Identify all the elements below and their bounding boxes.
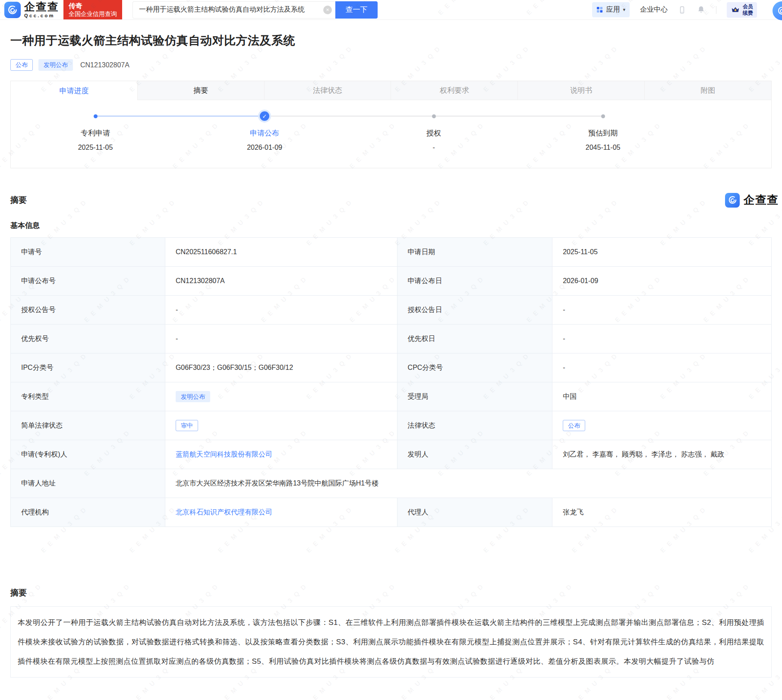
value-publication-number: CN121302807A	[165, 267, 397, 296]
value-priority-number: -	[165, 325, 397, 353]
basic-info-title: 基本信息	[10, 221, 772, 230]
label-applicant-address: 申请人地址	[11, 469, 165, 498]
label-application-date: 申请日期	[397, 238, 552, 267]
abstract-section: 摘要 企查查 基本信息 申请号 CN202511606827.1 申请日期 20…	[0, 192, 782, 678]
label-publication-number: 申请公布号	[11, 267, 165, 296]
progress-panel: 申请进度 摘要 法律状态 权利要求 说明书 附图 专利申请 2025-11-05…	[10, 81, 772, 168]
timeline-step-expiry: 预估到期 2045-11-05	[518, 111, 687, 151]
page-title: 一种用于运载火箭主结构试验仿真自动对比方法及系统	[10, 33, 772, 48]
summary-section: 摘要 本发明公开了一种用于运载火箭主结构试验仿真自动对比方法及系统，该方法包括以…	[10, 587, 772, 678]
value-application-number: CN202511606827.1	[165, 238, 397, 267]
tab-drawings[interactable]: 附图	[644, 81, 771, 100]
enterprise-center-link[interactable]: 企业中心	[640, 5, 668, 14]
timeline: 专利申请 2025-11-05 ✓ 申请公布 2026-01-09 授权 - 预…	[11, 100, 687, 168]
timeline-steps: 专利申请 2025-11-05 ✓ 申请公布 2026-01-09 授权 - 预…	[11, 111, 687, 151]
qcc-logo-en: Qcc.com	[24, 13, 59, 18]
apps-menu-label: 应用	[606, 5, 620, 14]
status-badge: 公布	[563, 420, 585, 431]
patent-type-badge: 发明公布	[176, 391, 210, 402]
value-inventors: 刘乙君， 李嘉骞， 顾秀聪， 李泽忠， 苏志强， 戴政	[552, 440, 772, 469]
timeline-step-filing: 专利申请 2025-11-05	[11, 111, 180, 151]
qcc-brand-icon	[725, 193, 740, 208]
member-line1: 会员	[743, 3, 753, 9]
label-simple-legal-status: 简单法律状态	[11, 411, 165, 440]
label-ipc-class: IPC分类号	[11, 353, 165, 382]
table-row: 专利类型 发明公布 受理局 中国	[11, 382, 772, 411]
table-row: 申请公布号 CN121302807A 申请公布日 2026-01-09	[11, 267, 772, 296]
value-applicant-address: 北京市大兴区经济技术开发区荣华南路13号院中航国际广场H1号楼	[165, 469, 771, 498]
table-row: IPC分类号 G06F30/23；G06F30/15；G06F30/12 CPC…	[11, 353, 772, 382]
timeline-label: 申请公布	[250, 128, 279, 138]
basic-info-table: 申请号 CN202511606827.1 申请日期 2025-11-05 申请公…	[10, 237, 772, 527]
label-agency: 代理机构	[11, 498, 165, 527]
publication-status-badge: 公布	[10, 59, 33, 71]
patent-type-badge: 发明公布	[38, 59, 73, 71]
apps-grid-icon	[596, 6, 603, 13]
tab-claims[interactable]: 权利要求	[391, 81, 517, 100]
label-grant-number: 授权公告号	[11, 296, 165, 325]
check-icon: ✓	[260, 111, 269, 121]
qcc-logo-text: 企查查 Qcc.com	[24, 1, 59, 18]
search-button[interactable]: 查一下	[335, 1, 378, 19]
tab-legal-status[interactable]: 法律状态	[264, 81, 391, 100]
timeline-label: 授权	[426, 128, 441, 138]
label-patent-type: 专利类型	[11, 382, 165, 411]
clear-search-icon[interactable]: ×	[323, 6, 332, 14]
label-priority-date: 优先权日	[397, 325, 552, 353]
qcc-logo-icon	[4, 2, 21, 18]
search-input[interactable]	[133, 6, 335, 14]
label-agent: 代理人	[397, 498, 552, 527]
abstract-section-title: 摘要	[10, 195, 27, 206]
label-inventors: 发明人	[397, 440, 552, 469]
timeline-dot-icon	[601, 114, 605, 118]
timeline-dot-icon	[94, 114, 98, 118]
notification-bell-icon[interactable]	[697, 5, 706, 14]
value-priority-date: -	[552, 325, 772, 353]
value-grant-date: -	[552, 296, 772, 325]
summary-title: 摘要	[10, 587, 772, 599]
timeline-date: 2025-11-05	[78, 144, 113, 151]
timeline-date: 2026-01-09	[247, 144, 282, 151]
label-applicant: 申请(专利权)人	[11, 440, 165, 469]
divider	[716, 6, 716, 14]
tab-abstract[interactable]: 摘要	[137, 81, 264, 100]
table-row: 申请人地址 北京市大兴区经济技术开发区荣华南路13号院中航国际广场H1号楼	[11, 469, 772, 498]
value-receiving-office: 中国	[552, 382, 772, 411]
applicant-company-link[interactable]: 蓝箭航天空间科技股份有限公司	[176, 451, 272, 458]
value-applicant: 蓝箭航天空间科技股份有限公司	[165, 440, 397, 469]
value-application-date: 2025-11-05	[552, 238, 772, 267]
apps-menu[interactable]: 应用 ▾	[592, 2, 630, 17]
table-row: 申请号 CN202511606827.1 申请日期 2025-11-05	[11, 238, 772, 267]
patent-header: 一种用于运载火箭主结构试验仿真自动对比方法及系统 公布 发明公布 CN12130…	[0, 20, 782, 71]
qcc-logo-cn: 企查查	[24, 1, 59, 12]
value-cpc-class: -	[552, 353, 772, 382]
table-row: 代理机构 北京科石知识产权代理有限公司 代理人 张龙飞	[11, 498, 772, 527]
tab-bar: 申请进度 摘要 法律状态 权利要求 说明书 附图	[11, 81, 771, 100]
tab-application-progress[interactable]: 申请进度	[11, 81, 137, 100]
timeline-label: 专利申请	[81, 128, 110, 138]
badge-row: 公布 发明公布 CN121302807A	[10, 59, 772, 71]
mobile-app-icon[interactable]	[678, 4, 686, 16]
label-application-number: 申请号	[11, 238, 165, 267]
label-grant-date: 授权公告日	[397, 296, 552, 325]
value-simple-legal-status: 审中	[165, 411, 397, 440]
label-cpc-class: CPC分类号	[397, 353, 552, 382]
qcc-logo[interactable]: 企查查 Qcc.com	[0, 0, 59, 19]
status-badge: 审中	[176, 420, 198, 431]
brand-logo: 企查查	[725, 192, 779, 208]
agency-link[interactable]: 北京科石知识产权代理有限公司	[176, 508, 272, 516]
promo-badge[interactable]: 传奇 全国企业信用查询	[63, 0, 122, 19]
label-legal-status: 法律状态	[397, 411, 552, 440]
timeline-label: 预估到期	[588, 128, 618, 138]
value-ipc-class: G06F30/23；G06F30/15；G06F30/12	[165, 353, 397, 382]
qcc-brand-text: 企查查	[744, 192, 779, 208]
timeline-dot-icon	[432, 114, 436, 118]
value-legal-status: 公布	[552, 411, 772, 440]
navbar-right-menu: 应用 ▾ 企业中心 会员 续费	[592, 0, 782, 19]
search-bar: × 查一下	[132, 0, 378, 19]
inventors-list: 刘乙君， 李嘉骞， 顾秀聪， 李泽忠， 苏志强， 戴政	[563, 449, 724, 460]
tab-description[interactable]: 说明书	[517, 81, 644, 100]
table-row: 授权公告号 - 授权公告日 -	[11, 296, 772, 325]
member-renew-button[interactable]: 会员 续费	[727, 2, 757, 18]
search-box: ×	[132, 1, 335, 19]
